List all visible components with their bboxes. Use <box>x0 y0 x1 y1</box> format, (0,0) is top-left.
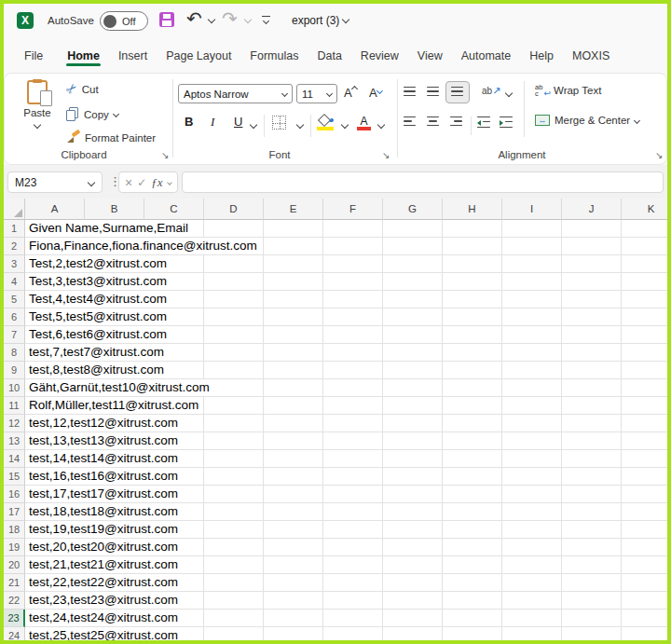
column-header-I[interactable]: I <box>502 199 562 220</box>
borders-dropdown-icon[interactable] <box>296 121 304 129</box>
cell-A14[interactable]: test,14,test14@xitrust.com <box>25 450 667 468</box>
column-header-H[interactable]: H <box>443 199 502 220</box>
row-header-23[interactable]: 23 <box>4 610 25 627</box>
row-header-24[interactable]: 24 <box>4 627 25 644</box>
row-header-5[interactable]: 5 <box>4 291 25 308</box>
cut-button[interactable]: ✂ Cut <box>66 83 99 95</box>
merge-center-button[interactable]: ↔ Merge & Center <box>535 115 639 126</box>
row-header-14[interactable]: 14 <box>4 450 25 468</box>
row-header-2[interactable]: 2 <box>4 238 25 255</box>
font-size-select[interactable]: 11 <box>296 84 337 103</box>
font-dialog-launcher-icon[interactable]: ↘ <box>382 150 390 160</box>
cell-A10[interactable]: Gäht,Garnüt,test10@xitrust.com <box>25 379 667 397</box>
cell-A15[interactable]: test,16,test16@xitrust.com <box>25 468 667 486</box>
cell-A16[interactable]: test,17,test17@xitrust.com <box>25 486 667 503</box>
tab-help[interactable]: Help <box>529 42 554 70</box>
align-center-icon[interactable] <box>427 116 439 126</box>
title-dropdown-icon[interactable] <box>342 16 349 23</box>
row-header-18[interactable]: 18 <box>4 521 25 539</box>
name-box[interactable]: M23 <box>7 171 103 193</box>
column-header-C[interactable]: C <box>144 199 204 220</box>
column-header-B[interactable]: B <box>85 199 144 220</box>
row-header-13[interactable]: 13 <box>4 432 25 450</box>
orientation-dropdown-icon[interactable] <box>505 89 513 97</box>
enter-icon[interactable]: ✓ <box>137 176 146 189</box>
tab-review[interactable]: Review <box>361 42 399 70</box>
row-header-9[interactable]: 9 <box>4 362 25 379</box>
row-header-7[interactable]: 7 <box>4 326 25 344</box>
cell-A12[interactable]: test,12,test12@xitrust.com <box>25 415 667 432</box>
cell-A4[interactable]: Test,3,test3@xitrust.com <box>25 273 667 291</box>
font-name-select[interactable]: Aptos Narrow <box>178 84 293 103</box>
clipboard-dialog-launcher-icon[interactable]: ↘ <box>161 150 169 160</box>
tab-page-layout[interactable]: Page Layout <box>166 42 231 70</box>
row-header-22[interactable]: 22 <box>4 592 25 610</box>
align-left-icon[interactable] <box>404 116 416 126</box>
alignment-dialog-launcher-icon[interactable]: ↘ <box>655 150 663 160</box>
column-header-J[interactable]: J <box>562 199 622 220</box>
align-right-icon[interactable] <box>450 116 462 126</box>
undo-icon[interactable]: ↶ <box>186 7 202 30</box>
cell-A19[interactable]: test,20,test20@xitrust.com <box>25 539 667 556</box>
borders-icon[interactable] <box>272 116 286 130</box>
cell-A1[interactable]: Given Name,Surname,Email <box>25 220 667 238</box>
increase-font-icon[interactable]: A <box>344 86 357 100</box>
select-all-corner[interactable] <box>4 199 25 220</box>
row-header-3[interactable]: 3 <box>4 255 25 273</box>
row-header-10[interactable]: 10 <box>4 379 25 397</box>
save-icon[interactable] <box>159 12 174 27</box>
cell-A6[interactable]: Test,5,test5@xitrust.com <box>25 308 667 326</box>
bold-button[interactable]: B <box>185 115 193 129</box>
underline-dropdown-icon[interactable] <box>250 121 257 129</box>
fill-color-dropdown-icon[interactable] <box>341 121 349 129</box>
insert-function-icon[interactable]: ƒx <box>151 175 162 190</box>
cell-A7[interactable]: Test,6,test6@xitrust.com <box>25 326 667 344</box>
excel-app-icon[interactable]: X <box>17 12 34 29</box>
column-header-F[interactable]: F <box>323 199 383 220</box>
align-middle-icon[interactable] <box>427 87 439 96</box>
undo-dropdown-icon[interactable] <box>208 16 215 23</box>
paste-button[interactable]: Paste <box>16 79 59 146</box>
row-header-17[interactable]: 17 <box>4 503 25 521</box>
tab-moxis[interactable]: MOXIS <box>572 42 609 70</box>
align-top-icon[interactable] <box>404 87 416 96</box>
column-header-A[interactable]: A <box>25 199 85 220</box>
row-header-19[interactable]: 19 <box>4 539 25 556</box>
fx-dropdown-icon[interactable] <box>167 180 172 185</box>
redo-icon[interactable]: ↷ <box>222 7 238 30</box>
row-header-12[interactable]: 12 <box>4 415 25 432</box>
row-header-20[interactable]: 20 <box>4 556 25 574</box>
font-color-dropdown-icon[interactable] <box>377 121 385 129</box>
wrap-text-button[interactable]: abc↩ Wrap Text <box>535 84 601 97</box>
underline-button[interactable]: U <box>234 115 242 129</box>
fill-color-icon[interactable] <box>317 116 334 130</box>
name-box-dropdown-icon[interactable] <box>88 178 95 185</box>
column-header-K[interactable]: K <box>622 199 671 220</box>
cell-A23[interactable]: test,24,test24@xitrust.com <box>25 610 667 627</box>
cell-A22[interactable]: test,23,test23@xitrust.com <box>25 592 667 610</box>
cell-A20[interactable]: test,21,test21@xitrust.com <box>25 556 667 574</box>
cell-A21[interactable]: test,22,test22@xitrust.com <box>25 574 667 592</box>
increase-indent-icon[interactable] <box>500 116 513 128</box>
cell-A11[interactable]: Rolf,Müller,test11@xitrust.com <box>25 397 667 415</box>
italic-button[interactable]: I <box>211 115 214 130</box>
document-title[interactable]: export (3) <box>292 14 339 27</box>
formula-input[interactable] <box>182 171 664 193</box>
cell-A18[interactable]: test,19,test19@xitrust.com <box>25 521 667 539</box>
row-header-16[interactable]: 16 <box>4 486 25 503</box>
cell-A9[interactable]: test,8,test8@xitrust.com <box>25 362 667 379</box>
font-color-icon[interactable]: A <box>357 116 371 130</box>
tab-data[interactable]: Data <box>317 42 341 70</box>
column-header-D[interactable]: D <box>204 199 264 220</box>
row-header-15[interactable]: 15 <box>4 468 25 486</box>
row-header-1[interactable]: 1 <box>4 220 25 238</box>
cell-A2[interactable]: Fiona,Finance,fiona.finance@xitrust.com <box>25 238 667 255</box>
cell-A13[interactable]: test,13,test13@xitrust.com <box>25 432 667 450</box>
tab-automate[interactable]: Automate <box>461 42 512 70</box>
cell-A5[interactable]: Test,4,test4@xitrust.com <box>25 291 667 308</box>
row-header-8[interactable]: 8 <box>4 344 25 362</box>
tab-home[interactable]: Home <box>67 42 100 70</box>
tab-file[interactable]: File <box>24 42 43 70</box>
redo-dropdown-icon[interactable] <box>244 16 252 23</box>
merge-center-dropdown-icon[interactable] <box>634 116 640 123</box>
